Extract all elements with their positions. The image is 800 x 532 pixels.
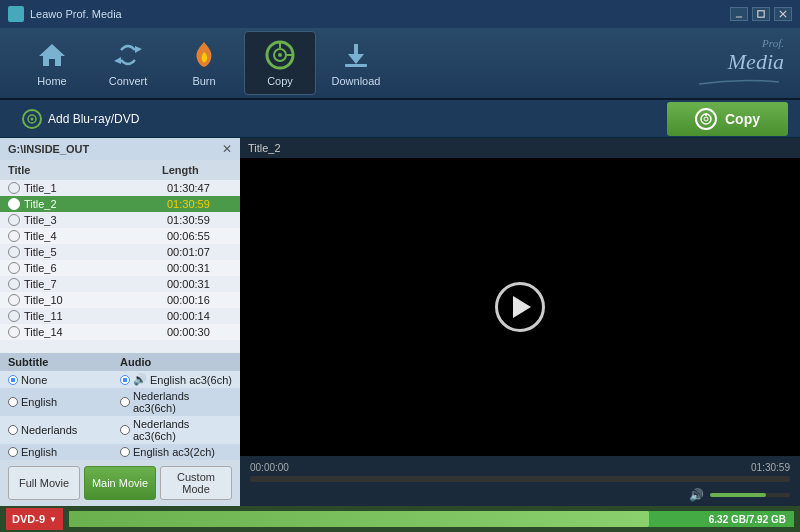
add-bluray-label: Add Blu-ray/DVD — [48, 112, 139, 126]
restore-button[interactable] — [752, 7, 770, 21]
subtitle-radio — [8, 447, 18, 457]
audio-item[interactable]: Nederlands ac3(6ch) — [120, 390, 232, 414]
copy-action-label: Copy — [725, 111, 760, 127]
title-row[interactable]: Title_6 00:00:31 — [0, 260, 240, 276]
title-row[interactable]: Title_5 00:01:07 — [0, 244, 240, 260]
volume-icon: 🔊 — [689, 488, 704, 502]
title-name: Title_4 — [24, 230, 167, 242]
subtitle-item[interactable]: English — [8, 390, 120, 414]
nav-download[interactable]: Download — [320, 31, 392, 95]
audio-label: English ac3(6ch) — [150, 374, 232, 386]
title-row[interactable]: Title_1 01:30:47 — [0, 180, 240, 196]
volume-row: 🔊 — [250, 488, 790, 502]
copy-action-button[interactable]: Copy — [667, 102, 788, 136]
nav-download-label: Download — [332, 75, 381, 87]
title-name: Title_14 — [24, 326, 167, 338]
title-row[interactable]: Title_11 00:00:14 — [0, 308, 240, 324]
title-name: Title_1 — [24, 182, 167, 194]
nav-copy[interactable]: Copy — [244, 31, 316, 95]
play-button[interactable] — [495, 282, 545, 332]
mode-button-custom-mode[interactable]: Custom Mode — [160, 466, 232, 500]
mode-button-full-movie[interactable]: Full Movie — [8, 466, 80, 500]
audio-item[interactable]: English ac3(2ch) — [120, 446, 232, 458]
title-radio — [8, 214, 20, 226]
subtitle-radio — [8, 425, 18, 435]
title-length: 00:06:55 — [167, 230, 232, 242]
sub-audio-row: English English ac3(2ch) — [0, 444, 240, 460]
volume-bar[interactable] — [710, 493, 790, 497]
volume-fill — [710, 493, 766, 497]
subtitle-radio — [8, 397, 18, 407]
sub-audio-row: English Nederlands ac3(6ch) — [0, 388, 240, 416]
bottom-bar: DVD-9 ▼ 6.32 GB/7.92 GB — [0, 506, 800, 532]
brand-area: Prof. Media — [694, 37, 784, 89]
audio-radio — [120, 425, 130, 435]
right-panel: Title_2 00:00:00 01:30:59 🔊 — [240, 138, 800, 506]
nav-home-label: Home — [37, 75, 66, 87]
audio-label: Nederlands ac3(6ch) — [133, 390, 232, 414]
titles-header: Title Length — [0, 160, 240, 180]
toolbar-strip: Add Blu-ray/DVD Copy — [0, 100, 800, 138]
brand-logo: Media — [694, 49, 784, 75]
app-icon — [8, 6, 24, 22]
title-length: 01:30:59 — [167, 214, 232, 226]
play-icon — [513, 296, 531, 318]
title-bar: Leawo Prof. Media — [0, 0, 800, 28]
title-list: Title_1 01:30:47 Title_2 01:30:59 Title_… — [0, 180, 240, 353]
close-button[interactable] — [774, 7, 792, 21]
mode-buttons: Full MovieMain MovieCustom Mode — [0, 460, 240, 506]
title-radio — [8, 198, 20, 210]
length-col-header: Length — [162, 164, 232, 176]
sub-audio-rows: None 🔊 English ac3(6ch) English Nederlan… — [0, 371, 240, 460]
subtitle-item[interactable]: Nederlands — [8, 418, 120, 442]
nav-items: Home Convert Burn — [16, 31, 392, 95]
title-name: Title_6 — [24, 262, 167, 274]
title-length: 00:00:30 — [167, 326, 232, 338]
sub-audio-row: Nederlands Nederlands ac3(6ch) — [0, 416, 240, 444]
title-length: 01:30:47 — [167, 182, 232, 194]
nav-copy-label: Copy — [267, 75, 293, 87]
storage-text: 6.32 GB/7.92 GB — [709, 514, 786, 525]
title-name: Title_10 — [24, 294, 167, 306]
title-name: Title_2 — [24, 198, 167, 210]
title-row[interactable]: Title_4 00:06:55 — [0, 228, 240, 244]
title-row[interactable]: Title_10 00:00:16 — [0, 292, 240, 308]
nav-home[interactable]: Home — [16, 31, 88, 95]
svg-marker-6 — [114, 57, 121, 64]
subtitle-item[interactable]: English — [8, 446, 120, 458]
title-row[interactable]: Title_3 01:30:59 — [0, 212, 240, 228]
drive-label: G:\INSIDE_OUT — [8, 143, 89, 155]
audio-col-header: Audio — [120, 356, 232, 368]
storage-bar: 6.32 GB/7.92 GB — [69, 511, 794, 527]
audio-item[interactable]: 🔊 English ac3(6ch) — [120, 373, 232, 386]
main-area: G:\INSIDE_OUT ✕ Title Length Title_1 01:… — [0, 138, 800, 506]
sub-audio-row: None 🔊 English ac3(6ch) — [0, 371, 240, 388]
dvd-dropdown[interactable]: DVD-9 ▼ — [6, 508, 63, 530]
time-start: 00:00:00 — [250, 462, 289, 473]
minimize-button[interactable] — [730, 7, 748, 21]
subtitle-item[interactable]: None — [8, 373, 120, 386]
time-end: 01:30:59 — [751, 462, 790, 473]
dvd-caret-icon: ▼ — [49, 515, 57, 524]
copy-circle-icon — [695, 108, 717, 130]
convert-icon — [112, 39, 144, 71]
title-col-header: Title — [8, 164, 162, 176]
mode-button-main-movie[interactable]: Main Movie — [84, 466, 156, 500]
title-name: Title_7 — [24, 278, 167, 290]
video-controls: 00:00:00 01:30:59 🔊 — [240, 456, 800, 506]
dvd-label: DVD-9 — [12, 513, 45, 525]
audio-item[interactable]: Nederlands ac3(6ch) — [120, 418, 232, 442]
nav-burn[interactable]: Burn — [168, 31, 240, 95]
add-bluray-button[interactable]: Add Blu-ray/DVD — [12, 105, 149, 133]
burn-icon — [188, 39, 220, 71]
time-row: 00:00:00 01:30:59 — [250, 462, 790, 473]
left-panel: G:\INSIDE_OUT ✕ Title Length Title_1 01:… — [0, 138, 240, 506]
nav-convert[interactable]: Convert — [92, 31, 164, 95]
subtitle-radio — [8, 375, 18, 385]
title-row[interactable]: Title_7 00:00:31 — [0, 276, 240, 292]
title-row[interactable]: Title_14 00:00:30 — [0, 324, 240, 340]
progress-bar[interactable] — [250, 476, 790, 482]
title-row[interactable]: Title_2 01:30:59 — [0, 196, 240, 212]
drive-close-button[interactable]: ✕ — [222, 142, 232, 156]
audio-label: Nederlands ac3(6ch) — [133, 418, 232, 442]
